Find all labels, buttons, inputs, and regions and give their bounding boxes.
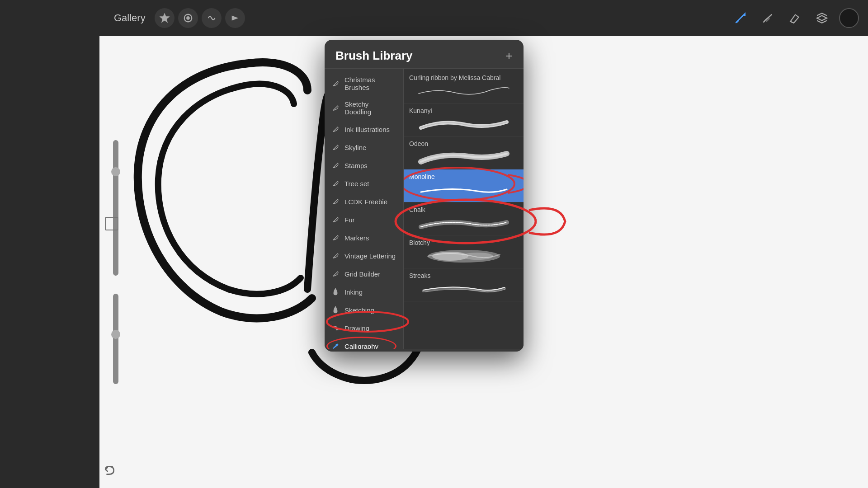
category-lcdk[interactable]: LCDK Freebie (325, 192, 403, 211)
pen-icon (331, 342, 340, 349)
tool-button-4[interactable] (225, 8, 245, 28)
feather-icon-3 (331, 125, 340, 134)
feather-icon-11 (331, 269, 340, 278)
brush-preview (409, 83, 518, 99)
brush-preview (409, 182, 518, 198)
undo-button[interactable] (104, 465, 116, 479)
category-sketching[interactable]: Sketching (325, 301, 403, 319)
category-inking[interactable]: Inking (325, 283, 403, 301)
brush-preview (409, 116, 518, 132)
loop-icon (331, 324, 340, 333)
tool-button-1[interactable] (155, 8, 175, 28)
feather-icon-2 (331, 103, 340, 113)
brush-preview (409, 149, 518, 165)
feather-icon-10 (331, 251, 340, 260)
brush-name: Chalk (409, 206, 518, 213)
svg-point-2 (336, 344, 337, 346)
brush-tool-button[interactable] (731, 8, 750, 28)
category-treeset[interactable]: Tree set (325, 174, 403, 192)
brush-name: Kunanyi (409, 107, 518, 114)
brush-item-monoline[interactable]: Monoline (404, 169, 524, 202)
opacity-slider-track[interactable] (113, 294, 118, 384)
category-stamps[interactable]: Stamps (325, 156, 403, 174)
brush-library-title: Brush Library (335, 49, 413, 63)
drop-icon (331, 287, 340, 296)
brush-item-kunanyi[interactable]: Kunanyi (404, 103, 524, 136)
brush-item-chalk[interactable]: Chalk (404, 202, 524, 235)
category-drawing[interactable]: Drawing (325, 319, 403, 337)
brush-name: Monoline (409, 173, 518, 180)
brush-list: Curling ribbon by Melissa Cabral Kunanyi (404, 69, 524, 349)
category-calligraphy[interactable]: Calligraphy (325, 337, 403, 349)
category-label: Ink Illustrations (344, 126, 390, 133)
brush-name: Curling ribbon by Melissa Cabral (409, 74, 518, 81)
category-label: Skyline (344, 144, 366, 151)
square-tool[interactable] (105, 217, 118, 230)
category-vintage[interactable]: Vintage Lettering (325, 247, 403, 265)
category-christmas[interactable]: Christmas Brushes (325, 71, 403, 96)
toolbar-right (731, 8, 859, 28)
category-label: Sketching (344, 306, 374, 314)
feather-icon-8 (331, 215, 340, 224)
feather-icon-4 (331, 143, 340, 152)
brush-categories: Christmas Brushes Sketchy Doodling Ink I… (325, 69, 404, 349)
brush-name: Odeon (409, 140, 518, 147)
brush-name: Blotchy (409, 239, 518, 246)
category-label: Grid Builder (344, 270, 380, 278)
category-skyline[interactable]: Skyline (325, 138, 403, 156)
category-label: Calligraphy (344, 343, 378, 349)
brush-library-content: Christmas Brushes Sketchy Doodling Ink I… (325, 69, 524, 349)
category-label: Markers (344, 234, 369, 242)
category-label: Tree set (344, 180, 369, 188)
feather-icon-6 (331, 179, 340, 188)
layers-button[interactable] (812, 8, 832, 28)
toolbar: Gallery (99, 0, 868, 36)
brush-name: Streaks (409, 272, 518, 279)
brush-item-blotchy[interactable]: Blotchy (404, 235, 524, 268)
svg-point-1 (187, 17, 189, 19)
feather-icon-5 (331, 161, 340, 170)
drop-icon-2 (331, 305, 340, 314)
brush-preview (409, 248, 518, 264)
category-label: Sketchy Doodling (344, 100, 397, 116)
svg-point-8 (462, 253, 493, 260)
category-grid[interactable]: Grid Builder (325, 265, 403, 283)
feather-icon (331, 79, 340, 88)
opacity-slider-thumb[interactable] (111, 330, 120, 339)
category-sketchy[interactable]: Sketchy Doodling (325, 96, 403, 120)
color-swatch[interactable] (839, 8, 859, 28)
app-container: Gallery (0, 0, 868, 488)
category-label: Drawing (344, 324, 369, 332)
category-label: Christmas Brushes (344, 76, 397, 91)
eraser-tool-button[interactable] (785, 8, 805, 28)
category-label: Vintage Lettering (344, 252, 396, 260)
tool-button-2[interactable] (178, 8, 198, 28)
feather-icon-9 (331, 233, 340, 242)
category-label: Stamps (344, 162, 368, 169)
brush-library-header: Brush Library + (325, 40, 524, 69)
gallery-button[interactable]: Gallery (108, 10, 151, 26)
brush-library-panel: Brush Library + Christmas Brushes Sketch… (325, 40, 524, 352)
category-label: LCDK Freebie (344, 198, 387, 206)
category-label: Fur (344, 216, 355, 224)
category-fur[interactable]: Fur (325, 211, 403, 229)
category-ink[interactable]: Ink Illustrations (325, 120, 403, 138)
brush-item-odeon[interactable]: Odeon (404, 136, 524, 169)
smudge-tool-button[interactable] (758, 8, 778, 28)
size-slider-thumb[interactable] (111, 167, 120, 176)
tool-button-3[interactable] (202, 8, 222, 28)
size-slider-track[interactable] (113, 140, 118, 276)
category-markers[interactable]: Markers (325, 229, 403, 247)
brush-item-curling[interactable]: Curling ribbon by Melissa Cabral (404, 70, 524, 103)
brush-preview (409, 281, 518, 297)
toolbar-left: Gallery (108, 8, 245, 28)
category-label: Inking (344, 288, 363, 296)
add-brush-button[interactable]: + (505, 50, 513, 62)
feather-icon-7 (331, 197, 340, 206)
left-sidebar (0, 0, 99, 488)
brush-item-streaks[interactable]: Streaks (404, 268, 524, 301)
brush-preview (409, 215, 518, 231)
